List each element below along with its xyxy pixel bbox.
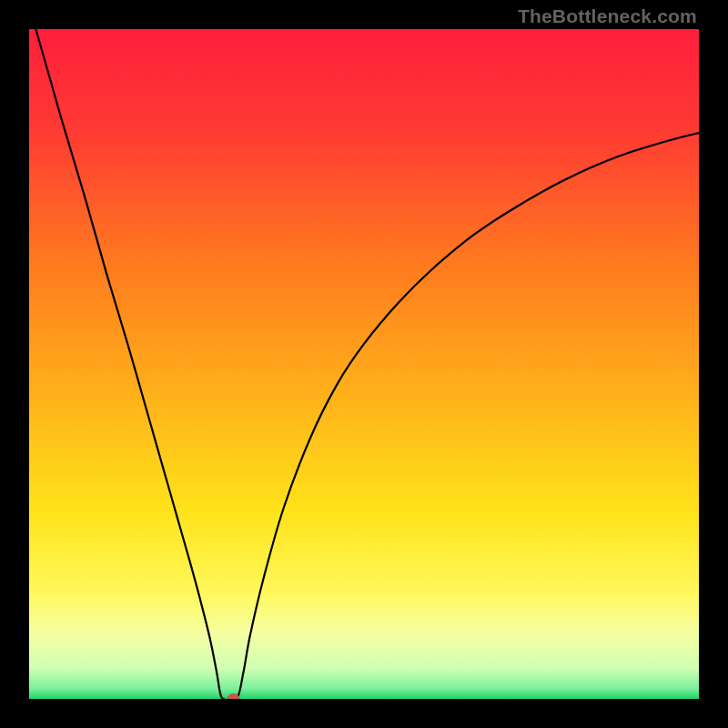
plot-svg — [29, 29, 699, 699]
chart-frame: TheBottleneck.com — [0, 0, 728, 728]
gradient-background — [29, 29, 699, 699]
watermark-text: TheBottleneck.com — [518, 5, 697, 27]
plot-area — [29, 29, 699, 699]
